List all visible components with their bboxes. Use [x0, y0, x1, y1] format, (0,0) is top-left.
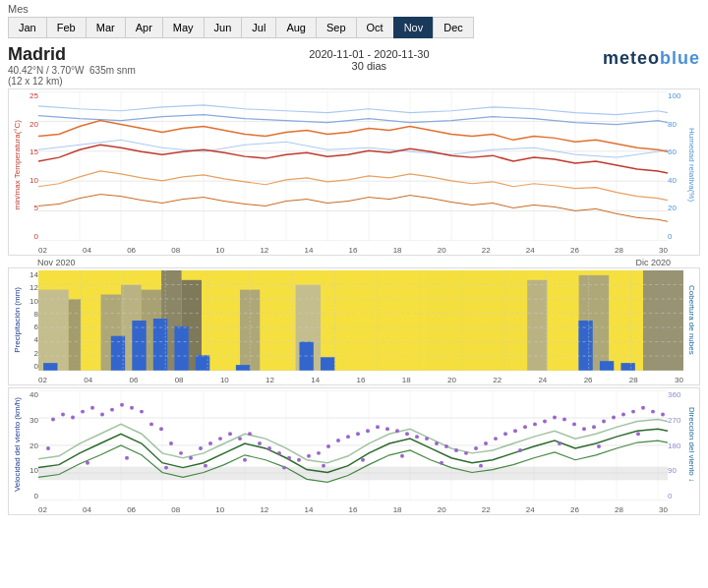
- precip-chart-svg: [38, 270, 683, 371]
- svg-point-164: [361, 458, 365, 462]
- svg-point-152: [631, 410, 635, 414]
- precip-y-label: Precipitación (mm): [10, 268, 24, 371]
- svg-point-158: [125, 456, 129, 460]
- svg-point-129: [405, 432, 409, 436]
- city-grid: (12 x 12 km): [8, 76, 136, 87]
- svg-point-144: [553, 416, 557, 420]
- svg-point-154: [651, 410, 655, 414]
- svg-point-145: [562, 418, 566, 422]
- svg-point-137: [484, 441, 488, 445]
- svg-rect-50: [620, 363, 634, 371]
- svg-point-98: [100, 413, 104, 417]
- svg-point-99: [110, 408, 114, 412]
- tab-jul[interactable]: Jul: [241, 17, 275, 38]
- svg-point-120: [317, 451, 321, 455]
- svg-point-126: [376, 425, 380, 429]
- svg-point-150: [612, 416, 616, 420]
- svg-point-125: [366, 429, 370, 433]
- svg-point-161: [243, 458, 247, 462]
- svg-point-127: [385, 427, 389, 431]
- svg-point-171: [636, 432, 640, 436]
- svg-point-136: [474, 446, 478, 450]
- wind-y-axis-left: 403020100: [23, 390, 38, 500]
- svg-point-168: [518, 448, 522, 452]
- svg-rect-37: [427, 270, 528, 371]
- svg-rect-35: [261, 270, 296, 371]
- svg-point-122: [336, 439, 340, 442]
- svg-point-116: [277, 451, 281, 455]
- svg-point-107: [189, 456, 193, 460]
- svg-point-156: [46, 446, 50, 450]
- svg-point-165: [400, 454, 404, 458]
- temp-y-axis-right: 100806040200: [668, 91, 685, 241]
- wind-y-label: Velocidad del viento (km/h): [10, 388, 24, 500]
- svg-point-111: [228, 432, 232, 436]
- tab-may[interactable]: May: [162, 17, 204, 38]
- mes-label: Mes: [8, 3, 29, 15]
- svg-point-108: [199, 446, 203, 450]
- tab-oct[interactable]: Oct: [356, 17, 393, 38]
- svg-rect-47: [321, 357, 334, 371]
- svg-point-140: [513, 429, 517, 433]
- temp-chart-svg: [38, 91, 668, 241]
- svg-point-134: [454, 448, 458, 452]
- svg-point-167: [479, 464, 483, 468]
- svg-point-169: [558, 441, 561, 445]
- svg-point-109: [208, 441, 212, 445]
- tab-dec[interactable]: Dec: [433, 17, 474, 38]
- svg-point-121: [326, 444, 330, 448]
- svg-rect-39: [43, 363, 57, 371]
- svg-point-124: [356, 432, 360, 436]
- tab-mar[interactable]: Mar: [86, 17, 125, 38]
- svg-point-163: [322, 464, 325, 468]
- tab-aug[interactable]: Aug: [275, 17, 316, 38]
- svg-rect-49: [600, 361, 614, 371]
- svg-point-151: [621, 413, 625, 417]
- svg-point-114: [258, 441, 262, 445]
- svg-point-93: [51, 418, 55, 422]
- city-coords: 40.42°N / 3.70°W 635m snm: [8, 65, 136, 76]
- tab-jun[interactable]: Jun: [204, 17, 242, 38]
- svg-point-128: [395, 429, 399, 433]
- date-range: 2020-11-01 - 2020-11-30 30 dias: [309, 44, 429, 72]
- svg-point-142: [533, 422, 537, 426]
- precip-right-label: Cobertura de nubes: [684, 268, 698, 371]
- precip-y-axis: 14121086420: [23, 270, 38, 371]
- svg-point-117: [287, 456, 291, 460]
- precip-chart: Precipitación (mm) 14121086420 Cobertura…: [8, 267, 700, 385]
- svg-point-113: [248, 432, 252, 436]
- temp-y-axis-left: 2520151050: [23, 91, 38, 241]
- tab-apr[interactable]: Apr: [125, 17, 162, 38]
- svg-point-96: [81, 410, 85, 414]
- svg-point-148: [592, 425, 596, 429]
- svg-rect-45: [236, 365, 250, 371]
- svg-point-138: [494, 437, 498, 441]
- svg-point-166: [440, 461, 443, 465]
- svg-point-102: [140, 410, 144, 414]
- svg-point-159: [164, 466, 168, 470]
- temp-chart: min/max Temperatura(°C) 2520151050 Humed…: [8, 88, 700, 256]
- tab-nov[interactable]: Nov: [393, 17, 434, 38]
- wind-x-axis: 020406081012141618202224262830: [38, 505, 668, 514]
- tab-jan[interactable]: Jan: [8, 17, 46, 38]
- svg-point-110: [218, 437, 222, 441]
- svg-point-104: [159, 427, 163, 431]
- svg-rect-23: [69, 299, 81, 371]
- svg-rect-22: [38, 290, 69, 371]
- tab-sep[interactable]: Sep: [316, 17, 356, 38]
- svg-point-100: [120, 403, 124, 407]
- svg-point-118: [297, 458, 301, 462]
- city-info: Madrid 40.42°N / 3.70°W 635m snm (12 x 1…: [8, 44, 136, 87]
- tab-feb[interactable]: Feb: [46, 17, 86, 38]
- svg-rect-43: [174, 326, 188, 371]
- svg-point-112: [238, 437, 242, 441]
- precip-header-labels: Nov 2020 Dic 2020: [8, 258, 700, 267]
- city-name: Madrid: [8, 44, 136, 65]
- wind-y-axis-right: 360270180900: [668, 390, 685, 500]
- logo: meteoblue: [603, 44, 700, 69]
- svg-point-132: [435, 441, 439, 445]
- svg-point-146: [572, 422, 576, 426]
- svg-point-95: [71, 416, 75, 420]
- svg-rect-31: [527, 280, 548, 371]
- svg-point-157: [86, 461, 89, 465]
